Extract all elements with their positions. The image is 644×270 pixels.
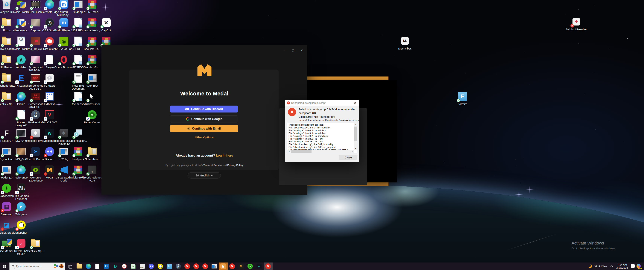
already-account-text: Already have an account? [176,154,215,157]
sechex-sp-desktop-icon[interactable]: ✓SecHex-Sp... [25,238,46,252]
tgmacro-desktop-icon[interactable]: ↗TGMacro [39,73,60,87]
traceback-line: File "<string>", line 823, in __init__ [288,138,354,141]
riot-icon: ↗ [44,36,55,47]
weather-widget[interactable]: 37°F Clear [588,264,608,268]
scroll-up-button[interactable]: ▲ [354,123,357,126]
epic-games-launcher-desktop-icon[interactable]: EPIC GAMES↗Epic Games Launcher [11,183,32,200]
taskbar-notepad[interactable] [93,262,102,270]
taskbar-snapchat[interactable] [156,262,165,270]
tiktok-icon: ♪↗ [16,238,26,249]
snap-icon: ✕ [16,220,26,230]
green-check-overlay-icon: ✓ [15,25,19,29]
close-button[interactable]: ✕ [298,48,306,53]
taskbar-razer-cortex[interactable] [246,262,254,270]
scroll-left-button[interactable]: ◄ [287,150,290,153]
error-message-line2: Client Error: Not Found for url: [298,115,359,119]
razer-cortex-desktop-icon[interactable]: ↗Razer Cortex [82,109,102,124]
folder-icon: ✓ [30,238,41,249]
taskbar-medal-recorder-active[interactable]: ♞ [219,262,228,270]
continue-with-email-button[interactable]: ✉ Continue with Email [170,125,238,132]
traceback-line: File "<string>", line 3, in <module> [288,132,354,135]
vertical-scroll-thumb[interactable] [354,126,357,141]
continue-with-discord-button[interactable]: Continue with Discord [170,105,238,112]
solaramain-desktop-icon[interactable]: ✓SolaraMain [82,146,102,161]
vertical-scrollbar[interactable]: ▲ ▼ [354,123,357,150]
minimize-button[interactable]: – [280,48,289,53]
hidden-icons-chevron[interactable] [610,265,613,268]
taskbar-microsoft-edge[interactable] [84,262,93,270]
continue-with-google-button[interactable]: Continue with Google [170,115,238,122]
taskbar-search[interactable]: Type here to search [9,262,65,270]
taskbar-closed-app-3[interactable]: ✕ [201,262,210,270]
cryptic-release-v1-5-desktop-icon[interactable]: ‚✓Cryptic Release V1.5 [82,165,102,182]
activate-windows-watermark: Activate Windows Go to Settings to activ… [572,241,616,250]
taskbar-clock[interactable]: 7:14 AM 3/18/2025 [615,263,629,269]
start-button[interactable] [0,262,9,270]
taskbar-tgmacro[interactable]: TGM+ [138,262,147,270]
telegram-desktop-icon[interactable]: ➤✓Telegram [11,201,32,216]
taskbar-app-b[interactable]: B [111,262,120,270]
other-options-link[interactable]: Other Options [102,136,307,139]
privacy-policy-link[interactable]: Privacy Policy [227,164,243,167]
snapchat-desktop-icon[interactable]: ✕Snapchat [11,220,32,234]
shortcut-arrow-icon: ↗ [44,44,47,47]
taskbar-medal[interactable]: M [237,262,246,270]
error-message-url: https://discord.com/api/webhooks/1196988… [298,119,359,120]
scroll-down-button[interactable]: ▼ [354,147,357,150]
closed-app-2-icon: ✕ [194,263,199,269]
maximize-button[interactable]: ▢ [289,48,298,53]
basketball-icon [59,264,64,268]
edge-icon: ✓ [16,91,26,102]
quint-mas-desktop-icon[interactable]: ✓qUINT-mas... [82,0,102,14]
green-check-overlay-icon: ✓ [30,80,33,84]
shortcut-arrow-icon: ↗ [30,172,33,176]
terms-of-service-link[interactable]: Terms of Service [204,164,222,167]
login-row: Already have an account? Log In here [102,154,307,158]
taskbar-file-explorer[interactable] [75,262,84,270]
snapchat-icon [158,264,163,269]
file-explorer-icon [76,264,82,268]
action-center-button[interactable] [631,264,635,268]
epicinstaller-desktop-icon[interactable]: ✓EpicInstaller... [68,128,88,142]
horizontal-scrollbar[interactable]: ◄ ► [287,150,354,153]
horizontal-scroll-thumb[interactable] [291,150,312,153]
dialog-close-x[interactable]: ✕ [352,100,359,105]
capcut-desktop-icon[interactable]: ✕✓CapCut [96,18,116,32]
tmac-v6-desktop-icon[interactable]: ↗TMAC v6 [39,91,60,105]
taskbar-alarm-app[interactable]: ✂ [120,262,129,270]
taskbar-closed-app-1[interactable]: ✕ [183,262,192,270]
language-selector[interactable]: English [188,172,221,179]
taskbar-program-window[interactable] [210,262,219,270]
green-check-overlay-icon: ✓ [1,136,4,139]
taskbar-voicemod[interactable]: w [254,262,264,270]
icon-label: Fortnite [452,102,473,105]
cortex-icon: ↗ [87,109,97,120]
fortnite-desktop-icon[interactable]: F✓Fortnite [452,91,473,105]
copilot-button[interactable]: PRE [636,264,641,268]
taskbar-outlook[interactable]: O [102,262,111,270]
green-check-overlay-icon: ✓ [58,172,62,176]
taskbar-notepad-plus-plus[interactable]: N [129,262,138,270]
green-check-overlay-icon: ✓ [30,62,33,65]
log-in-here-link[interactable]: Log In here [216,154,233,157]
copilot-pre-badge: PRE [638,268,642,269]
scroll-right-button[interactable]: ► [351,150,354,153]
sechex-sp-desktop-icon[interactable]: ✓SecHex-Sp... [82,54,102,69]
arrowcursor-desktop-icon[interactable]: ✓ArrowCursor [82,91,102,105]
taskbar-bakkesmod[interactable]: B M [174,262,183,270]
winshield-icon: ✓ [16,18,26,28]
task-view-button[interactable] [66,262,74,270]
taskbar-fortnite[interactable]: F [165,262,174,270]
davinci-resolve-desktop-icon[interactable]: ✚✕DaVinci Resolve [566,17,586,31]
taskbar-closed-app-4[interactable]: ✕ [228,262,237,270]
dialog-close-button[interactable]: Close [339,155,358,160]
green-check-overlay-icon: ✓ [58,44,62,47]
mechvibes-desktop-icon[interactable]: M.Mechvibes [395,36,415,50]
taskbar-closed-app-5[interactable]: ✕ [264,262,272,270]
taskbar-closed-app-2[interactable]: ✕ [192,262,201,270]
valorant-desktop-icon[interactable]: V↗VALORANT [39,109,60,124]
vxenrpq-desktop-icon[interactable]: ✓VXenrpQ [82,73,102,87]
windows-logo-icon [3,265,6,268]
taskbar-discord[interactable] [147,262,156,270]
fluxv7-icon: F✓ [1,128,12,138]
